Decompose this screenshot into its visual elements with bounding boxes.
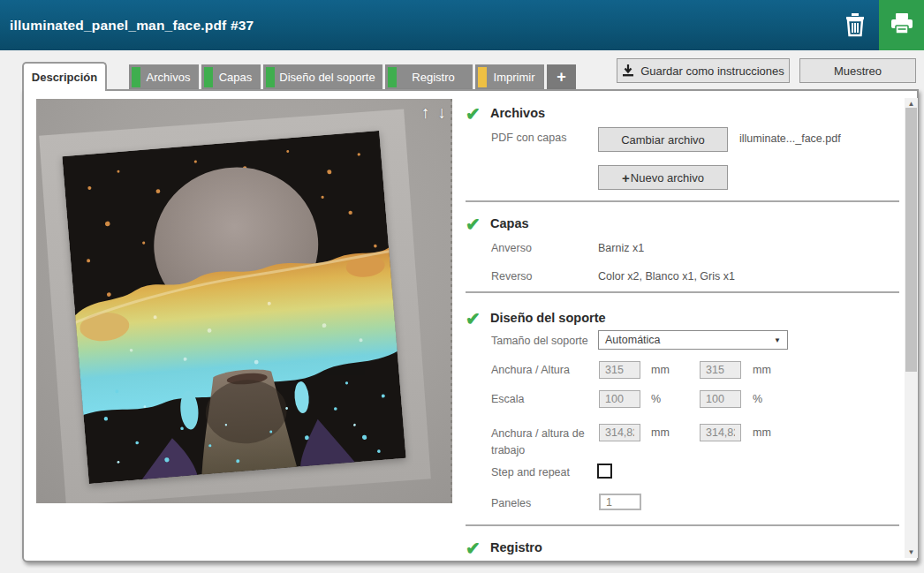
mm-unit-label: mm <box>753 426 771 439</box>
tab-imprimir[interactable]: Imprimir <box>475 64 544 90</box>
diseno-section-title: Diseño del soporte <box>490 311 606 325</box>
preview-artwork <box>62 131 405 484</box>
chevron-down-icon: ▼ <box>774 336 781 344</box>
tab-label: Capas <box>210 71 253 84</box>
escala-x-input <box>599 390 640 408</box>
print-button[interactable] <box>879 0 924 50</box>
nuevo-archivo-button[interactable]: + Nuevo archivo <box>598 165 728 190</box>
tab-archivos[interactable]: Archivos <box>129 64 199 90</box>
mm-unit-label: mm <box>651 364 670 376</box>
pdf-con-capas-label: PDF con capas <box>491 132 566 144</box>
tab-diseno-del-soporte[interactable]: Diseño del soporte <box>263 64 382 90</box>
preview-dashed-edge <box>451 99 452 503</box>
move-layer-down-arrow[interactable]: ↓ <box>438 103 447 123</box>
vertical-scrollbar[interactable]: ▲ ▼ <box>905 98 918 558</box>
escala-label: Escala <box>491 393 525 405</box>
reverso-label: Reverso <box>491 270 533 283</box>
download-icon <box>622 64 634 77</box>
scroll-down-arrow[interactable]: ▼ <box>905 547 918 558</box>
tab-add-new[interactable]: + <box>547 64 576 90</box>
mm-unit-label: mm <box>753 364 771 376</box>
archivos-check-icon: ✔ <box>466 103 487 124</box>
tab-label: Descripción <box>32 71 97 84</box>
escala-y-input <box>700 390 741 408</box>
tab-label: Diseño del soporte <box>270 71 375 84</box>
anchura-altura-trabajo-label: Anchura / altura de trabajo <box>491 426 590 459</box>
job-title: illuminated_panel_man_face.pdf #37 <box>10 0 254 50</box>
section-divider <box>466 291 899 293</box>
trash-icon <box>844 11 867 41</box>
selected-option: Automática <box>605 334 661 346</box>
tamano-soporte-select[interactable]: Automática ▼ <box>598 330 788 350</box>
tab-status-stripe <box>132 67 140 87</box>
tab-label: Imprimir <box>485 71 535 84</box>
scrollbar-thumb[interactable] <box>905 108 917 372</box>
delete-job-button[interactable] <box>836 0 875 50</box>
capas-check-icon: ✔ <box>466 214 487 235</box>
anverso-label: Anverso <box>491 242 532 254</box>
step-and-repeat-label: Step and repeat <box>491 466 570 479</box>
anchura-trabajo-input <box>599 424 640 441</box>
section-divider <box>466 524 899 526</box>
button-label: Guardar como instrucciones <box>640 64 784 78</box>
tab-label: Archivos <box>138 71 191 84</box>
title-bar: illuminated_panel_man_face.pdf #37 <box>0 0 924 50</box>
percent-unit-label: % <box>753 393 762 405</box>
registro-check-icon: ✔ <box>466 538 487 559</box>
descripcion-panel: ↑ ↓ ✔ Archivos PDF con capas Cambiar arc… <box>22 89 919 562</box>
tab-capas[interactable]: Capas <box>201 64 261 90</box>
button-label: Muestreo <box>834 64 882 78</box>
step-and-repeat-checkbox[interactable] <box>597 464 612 479</box>
save-as-instructions-button[interactable]: Guardar como instrucciones <box>617 58 790 83</box>
paneles-label: Paneles <box>491 497 531 509</box>
muestreo-button[interactable]: Muestreo <box>799 58 916 83</box>
diseno-check-icon: ✔ <box>466 308 487 329</box>
cambiar-archivo-button[interactable]: Cambiar archivo <box>598 127 728 152</box>
tab-status-stripe <box>478 67 487 87</box>
printer-icon <box>889 11 915 41</box>
tab-status-stripe <box>388 67 397 87</box>
capas-section-title: Capas <box>490 216 529 230</box>
job-preview-viewport[interactable]: ↑ ↓ <box>36 99 452 503</box>
tab-descripcion[interactable]: Descripción <box>22 62 107 91</box>
tab-status-stripe <box>204 67 213 87</box>
button-label: Cambiar archivo <box>621 133 705 147</box>
current-filename: illuminate..._face.pdf <box>739 132 841 145</box>
tab-label: Registro <box>403 71 454 84</box>
plus-icon: + <box>557 68 566 87</box>
job-settings-form: ✔ Archivos PDF con capas Cambiar archivo… <box>467 91 920 561</box>
section-divider <box>466 200 899 202</box>
tamano-soporte-label: Tamaño del soporte <box>491 335 588 347</box>
altura-trabajo-input <box>700 424 741 441</box>
tab-status-stripe <box>266 67 275 87</box>
move-layer-up-arrow[interactable]: ↑ <box>421 103 430 123</box>
percent-unit-label: % <box>651 393 661 405</box>
paneles-input[interactable] <box>599 494 641 510</box>
anverso-value: Barniz x1 <box>598 242 644 254</box>
altura-input <box>700 361 741 379</box>
anchura-input <box>599 361 640 379</box>
anchura-altura-label: Anchura / Altura <box>491 364 570 376</box>
plus-icon: + <box>622 170 630 185</box>
mm-unit-label: mm <box>651 426 670 439</box>
archivos-section-title: Archivos <box>490 106 545 120</box>
reverso-value: Color x2, Blanco x1, Gris x1 <box>598 270 735 283</box>
registro-section-title: Registro <box>490 540 542 554</box>
button-label: Nuevo archivo <box>631 171 704 185</box>
tab-registro[interactable]: Registro <box>385 64 473 90</box>
